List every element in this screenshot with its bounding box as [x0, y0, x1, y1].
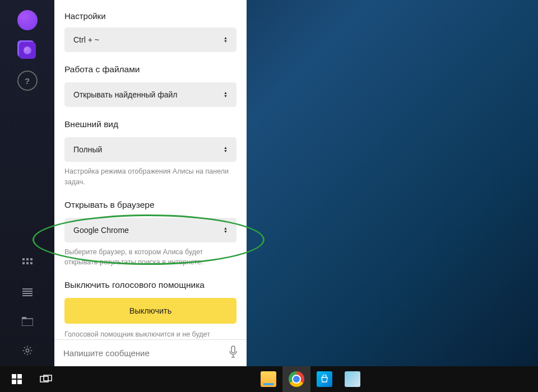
- svg-rect-17: [17, 380, 22, 384]
- panel-title: Настройки: [54, 0, 247, 27]
- browser-value: Google Chrome: [73, 226, 129, 235]
- svg-rect-10: [22, 319, 33, 326]
- apps-grid-icon[interactable]: [14, 250, 41, 277]
- appearance-value: Полный: [73, 145, 102, 154]
- svg-rect-1: [26, 258, 29, 260]
- taskbar: [0, 366, 538, 392]
- list-icon[interactable]: [14, 279, 41, 306]
- svg-rect-8: [22, 293, 33, 294]
- appearance-section-label: Внешний вид: [64, 119, 236, 129]
- files-value: Открывать найденный файл: [73, 90, 177, 99]
- disable-section-label: Выключить голосового помощника: [64, 280, 236, 290]
- updown-icon: ▲▼: [224, 146, 228, 153]
- taskbar-app-gallery[interactable]: [338, 366, 367, 392]
- files-select[interactable]: Открывать найденный файл ▲▼: [64, 82, 236, 107]
- taskbar-app-store[interactable]: [310, 366, 338, 392]
- svg-point-12: [26, 349, 29, 352]
- hotkey-value: Ctrl + ~: [73, 35, 99, 44]
- taskbar-app-chrome[interactable]: [282, 366, 310, 392]
- updown-icon: ▲▼: [224, 91, 228, 98]
- svg-rect-14: [12, 374, 16, 379]
- appearance-hint: Настройка режима отображения Алисы на па…: [64, 166, 236, 188]
- svg-rect-11: [22, 317, 26, 319]
- start-button[interactable]: [2, 366, 31, 392]
- settings-gear-icon[interactable]: [14, 337, 41, 364]
- svg-rect-16: [12, 380, 16, 384]
- folder-icon[interactable]: [14, 308, 41, 335]
- browser-select[interactable]: Google Chrome ▲▼: [64, 218, 236, 242]
- svg-rect-3: [22, 262, 25, 264]
- help-icon[interactable]: ?: [17, 71, 38, 91]
- svg-rect-15: [17, 374, 22, 379]
- svg-rect-6: [22, 288, 33, 290]
- svg-rect-4: [26, 262, 29, 264]
- disable-hint: Голосовой помощник выключится и не будет…: [64, 329, 236, 339]
- svg-rect-9: [22, 295, 33, 296]
- taskbar-app-explorer[interactable]: [254, 366, 282, 392]
- left-rail: ?: [0, 0, 54, 366]
- panel-body: Ctrl + ~ ▲▼ Работа с файлами Открывать н…: [54, 27, 247, 339]
- message-input-row: [54, 339, 247, 366]
- alice-icon[interactable]: [17, 10, 38, 30]
- appearance-select[interactable]: Полный ▲▼: [64, 137, 236, 162]
- files-section-label: Работа с файлами: [64, 64, 236, 74]
- settings-panel: Настройки Ctrl + ~ ▲▼ Работа с файлами О…: [54, 0, 247, 366]
- browser-section-label: Открывать в браузере: [64, 200, 236, 210]
- alice-cards-icon[interactable]: [17, 40, 38, 60]
- updown-icon: ▲▼: [224, 36, 228, 43]
- updown-icon: ▲▼: [224, 227, 228, 234]
- message-input[interactable]: [63, 348, 229, 358]
- svg-rect-0: [22, 258, 25, 260]
- svg-rect-7: [22, 291, 33, 292]
- svg-rect-5: [30, 262, 33, 264]
- task-view-button[interactable]: [31, 366, 61, 392]
- browser-hint: Выберите браузер, в котором Алиса будет …: [64, 247, 236, 268]
- svg-rect-13: [231, 346, 235, 353]
- disable-button[interactable]: Выключить: [64, 298, 236, 324]
- microphone-icon[interactable]: [229, 346, 238, 361]
- hotkey-select[interactable]: Ctrl + ~ ▲▼: [64, 27, 236, 52]
- svg-rect-2: [30, 258, 33, 260]
